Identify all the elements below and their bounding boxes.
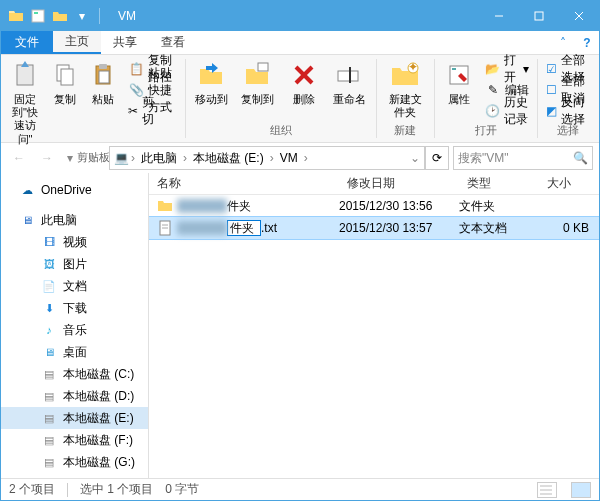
refresh-button[interactable]: ⟳: [425, 146, 449, 170]
history-button[interactable]: 🕑历史记录: [481, 101, 533, 121]
col-date[interactable]: 修改日期: [339, 175, 459, 192]
svg-rect-6: [17, 65, 33, 85]
nav-item[interactable]: 🖥桌面: [1, 341, 148, 363]
breadcrumb[interactable]: 💻 › 此电脑 › 本地磁盘 (E:) › VM › ⌄: [109, 146, 425, 170]
help-button[interactable]: ?: [575, 31, 599, 54]
copy-to-button[interactable]: 复制到: [236, 57, 280, 108]
paste-shortcut-button[interactable]: 📎粘贴快捷方式: [125, 80, 181, 100]
status-bar: 2 个项目 选中 1 个项目 0 字节: [1, 478, 599, 500]
select-none-icon: ☐: [546, 82, 557, 98]
back-button[interactable]: ←: [7, 146, 31, 170]
pc-icon: 💻: [114, 151, 129, 165]
svg-rect-12: [258, 63, 268, 71]
ribbon-group-organize: 移动到 复制到 删除 重命名 组织: [186, 55, 376, 142]
music-icon: ♪: [41, 322, 57, 338]
tab-view[interactable]: 查看: [149, 31, 197, 54]
move-to-button[interactable]: 移动到: [190, 57, 234, 108]
col-size[interactable]: 大小: [539, 175, 599, 192]
nav-item-label: 视频: [63, 234, 87, 251]
desktop-icon: 🖥: [41, 344, 57, 360]
nav-item-label: OneDrive: [41, 183, 92, 197]
nav-item[interactable]: ▤本地磁盘 (D:): [1, 385, 148, 407]
file-row[interactable]: 件夹2015/12/30 13:56文件夹: [149, 195, 599, 217]
col-type[interactable]: 类型: [459, 175, 539, 192]
copy-button[interactable]: 复制: [47, 57, 83, 108]
nav-item[interactable]: ▤本地磁盘 (E:): [1, 407, 148, 429]
address-bar: ← → ▾ ↑ 💻 › 此电脑 › 本地磁盘 (E:) › VM › ⌄ ⟳ 搜…: [1, 143, 599, 173]
file-date: 2015/12/30 13:56: [339, 199, 459, 213]
icons-view-button[interactable]: [571, 482, 591, 498]
quick-access-properties-icon[interactable]: [29, 7, 47, 25]
col-name[interactable]: 名称: [149, 175, 339, 192]
cloud-icon: ☁: [19, 182, 35, 198]
svg-text:✦: ✦: [408, 62, 418, 74]
file-date: 2015/12/30 13:57: [339, 221, 459, 235]
navigation-pane[interactable]: ☁OneDrive🖥此电脑🎞视频🖼图片📄文档⬇下载♪音乐🖥桌面▤本地磁盘 (C:…: [1, 173, 149, 478]
tab-share[interactable]: 共享: [101, 31, 149, 54]
open-button[interactable]: 📂打开▾: [481, 59, 533, 79]
qat-dropdown-icon[interactable]: ▾: [73, 7, 91, 25]
svg-rect-20: [452, 68, 456, 70]
redacted-name: [177, 221, 227, 235]
nav-item-label: 本地磁盘 (C:): [63, 366, 134, 383]
history-icon: 🕑: [485, 103, 500, 119]
nav-item[interactable]: 🖼图片: [1, 253, 148, 275]
details-view-button[interactable]: [537, 482, 557, 498]
svg-rect-3: [535, 12, 543, 20]
rename-input[interactable]: [227, 220, 261, 236]
quick-access-new-folder-icon[interactable]: [51, 7, 69, 25]
drive-icon: ▤: [41, 366, 57, 382]
close-button[interactable]: [559, 1, 599, 31]
breadcrumb-item[interactable]: VM: [276, 151, 302, 165]
nav-item[interactable]: ▤本地磁盘 (G:): [1, 451, 148, 473]
ribbon-group-new: ✦ 新建文件夹 新建: [376, 55, 434, 142]
ribbon-group-clipboard: 固定到"快速访问" 复制 粘贴 ✂剪切 📋复制路径 📎粘贴快捷方式 剪贴板: [1, 55, 185, 142]
status-bytes: 0 字节: [165, 481, 199, 498]
nav-item[interactable]: ▤本地磁盘 (C:): [1, 363, 148, 385]
maximize-button[interactable]: [519, 1, 559, 31]
folder-icon: [157, 198, 173, 214]
rename-button[interactable]: 重命名: [328, 57, 372, 108]
svg-rect-10: [99, 64, 107, 69]
nav-item[interactable]: ⬇下载: [1, 297, 148, 319]
nav-item[interactable]: ▤本地磁盘 (F:): [1, 429, 148, 451]
download-icon: ⬇: [41, 300, 57, 316]
ribbon-collapse-button[interactable]: ˄: [551, 31, 575, 54]
ribbon-group-open: 属性 📂打开▾ ✎编辑 🕑历史记录 打开: [435, 55, 537, 142]
paste-button[interactable]: 粘贴: [85, 57, 121, 108]
nav-item-label: 本地磁盘 (D:): [63, 388, 134, 405]
nav-item[interactable]: 📄文档: [1, 275, 148, 297]
nav-item[interactable]: 🎞视频: [1, 231, 148, 253]
folder-icon: [7, 7, 25, 25]
tab-home[interactable]: 主页: [53, 31, 101, 54]
edit-icon: ✎: [485, 82, 501, 98]
up-button[interactable]: ↑: [81, 146, 105, 170]
drive-icon: ▤: [41, 432, 57, 448]
address-dropdown-icon[interactable]: ⌄: [410, 151, 420, 165]
file-tab[interactable]: 文件: [1, 31, 53, 54]
nav-item[interactable]: 🖥此电脑: [1, 209, 148, 231]
invert-select-button[interactable]: ◩反向选择: [542, 101, 595, 121]
forward-button[interactable]: →: [35, 146, 59, 170]
properties-button[interactable]: 属性: [439, 57, 479, 108]
nav-item[interactable]: ☁OneDrive: [1, 179, 148, 201]
minimize-button[interactable]: [479, 1, 519, 31]
breadcrumb-item[interactable]: 本地磁盘 (E:): [189, 150, 268, 167]
file-extension: .txt: [261, 221, 277, 235]
file-row[interactable]: .txt2015/12/30 13:57文本文档0 KB: [149, 217, 599, 239]
file-list[interactable]: 件夹2015/12/30 13:56文件夹.txt2015/12/30 13:5…: [149, 195, 599, 478]
ribbon: 固定到"快速访问" 复制 粘贴 ✂剪切 📋复制路径 📎粘贴快捷方式 剪贴板: [1, 55, 599, 143]
recent-locations-button[interactable]: ▾: [63, 146, 77, 170]
nav-item[interactable]: ♪音乐: [1, 319, 148, 341]
delete-button[interactable]: 删除: [282, 57, 326, 108]
status-selection: 选中 1 个项目: [80, 481, 153, 498]
svg-rect-8: [61, 69, 73, 85]
breadcrumb-item[interactable]: 此电脑: [137, 150, 181, 167]
pc-icon: 🖥: [19, 212, 35, 228]
new-folder-button[interactable]: ✦ 新建文件夹: [380, 57, 430, 121]
svg-rect-11: [99, 71, 109, 83]
pin-quick-access-button[interactable]: 固定到"快速访问": [5, 57, 45, 148]
path-icon: 📋: [129, 61, 144, 77]
file-icon: [157, 220, 173, 236]
search-input[interactable]: 搜索"VM" 🔍: [453, 146, 593, 170]
